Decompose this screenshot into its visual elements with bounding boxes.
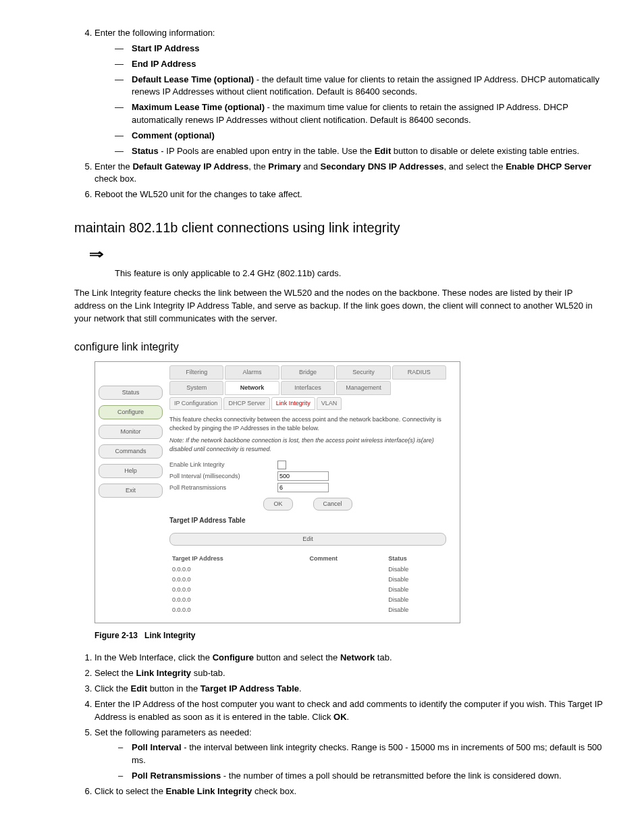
table-row: 0.0.0.0Disable: [171, 596, 445, 604]
subtab-ipconfig[interactable]: IP Configuration: [169, 397, 222, 410]
col-status: Status: [387, 554, 445, 564]
tab-security[interactable]: Security: [336, 365, 390, 380]
table-row: 0.0.0.0Disable: [171, 606, 445, 615]
param-poll-retrans: Poll Retransmissions - the number of tim…: [132, 770, 603, 783]
table-row: 0.0.0.0Disable: [171, 575, 445, 584]
checkbox-enable[interactable]: [277, 461, 286, 469]
step-6: Reboot the WL520 unit for the changes to…: [95, 188, 603, 201]
figure-description: This feature checks connectivity between…: [169, 415, 446, 433]
sidebar-configure[interactable]: Configure: [99, 405, 163, 419]
edit-button[interactable]: Edit: [169, 533, 446, 546]
cfg-step-2: Select the Link Integrity sub-tab.: [95, 667, 603, 680]
subtab-vlan[interactable]: VLAN: [317, 397, 342, 410]
sidebar-help[interactable]: Help: [99, 464, 163, 478]
sidebar-monitor[interactable]: Monitor: [99, 425, 163, 439]
label-enable: Enable Link Integrity: [169, 461, 277, 469]
figure-sidebar: Status Configure Monitor Commands Help E…: [95, 362, 166, 623]
arrow-icon: ⇒: [89, 244, 104, 264]
paragraph-link-integrity: The Link Integrity feature checks the li…: [74, 287, 603, 325]
input-poll-interval[interactable]: [277, 471, 329, 481]
param-poll-interval: Poll Interval - the interval between lin…: [132, 741, 603, 767]
cfg-step-1: In the Web Interface, click the Configur…: [95, 652, 603, 664]
tab-network[interactable]: Network: [225, 381, 279, 395]
table-row: 0.0.0.0Disable: [171, 585, 445, 594]
tab-filtering[interactable]: Filtering: [169, 365, 223, 380]
cancel-button[interactable]: Cancel: [313, 498, 352, 511]
ok-button[interactable]: OK: [263, 498, 292, 511]
field-end: End IP Address: [132, 58, 603, 71]
sidebar-exit[interactable]: Exit: [99, 484, 163, 498]
note-text: This feature is only applicable to 2.4 G…: [115, 267, 603, 280]
subtab-dhcp[interactable]: DHCP Server: [223, 397, 269, 410]
label-poll-retrans: Poll Retransmissions: [169, 484, 277, 492]
field-comment: Comment (optional): [132, 130, 603, 142]
ip-table: Target IP Address Comment Status 0.0.0.0…: [169, 552, 446, 616]
step-5: Enter the Default Gateway IP Address, th…: [95, 161, 603, 186]
field-default-lease: Default Lease Time (optional) - the defa…: [132, 74, 603, 99]
cfg-step-4: Enter the IP Address of the host compute…: [95, 698, 603, 724]
tab-alarms[interactable]: Alarms: [225, 365, 279, 380]
col-ip: Target IP Address: [171, 554, 306, 564]
cfg-step-6: Click to select the Enable Link Integrit…: [95, 785, 603, 798]
tab-interfaces[interactable]: Interfaces: [281, 381, 335, 395]
figure-caption: Figure 2-13 Link Integrity: [95, 630, 603, 642]
note-block: ⇒: [91, 244, 603, 264]
input-poll-retrans[interactable]: [277, 483, 329, 492]
cfg-step-3: Click the Edit button in the Target IP A…: [95, 683, 603, 696]
tab-bridge[interactable]: Bridge: [281, 365, 335, 380]
sidebar-status[interactable]: Status: [99, 386, 163, 400]
field-start: Start IP Address: [132, 43, 603, 55]
figure-screenshot: Status Configure Monitor Commands Help E…: [95, 361, 460, 623]
sidebar-commands[interactable]: Commands: [99, 444, 163, 459]
heading-maintain: maintain 802.11b client connections usin…: [74, 218, 603, 238]
step-4: Enter the following information: Start I…: [95, 27, 603, 158]
field-max-lease: Maximum Lease Time (optional) - the maxi…: [132, 101, 603, 127]
col-comment: Comment: [308, 554, 385, 564]
tab-radius[interactable]: RADIUS: [392, 365, 446, 380]
table-row: 0.0.0.0Disable: [171, 565, 445, 574]
heading-configure: configure link integrity: [74, 339, 603, 355]
cfg-step-5: Set the following parameters as needed: …: [95, 727, 603, 783]
subtab-link-integrity[interactable]: Link Integrity: [271, 397, 315, 410]
tab-system[interactable]: System: [169, 381, 223, 395]
table-title: Target IP Address Table: [169, 516, 446, 526]
tab-management[interactable]: Management: [336, 381, 390, 395]
figure-note: Note: If the network backbone connection…: [169, 436, 446, 454]
label-poll-interval: Poll Interval (milliseconds): [169, 472, 277, 481]
field-status: Status - IP Pools are enabled upon entry…: [132, 145, 603, 158]
step4-intro: Enter the following information:: [95, 28, 215, 38]
